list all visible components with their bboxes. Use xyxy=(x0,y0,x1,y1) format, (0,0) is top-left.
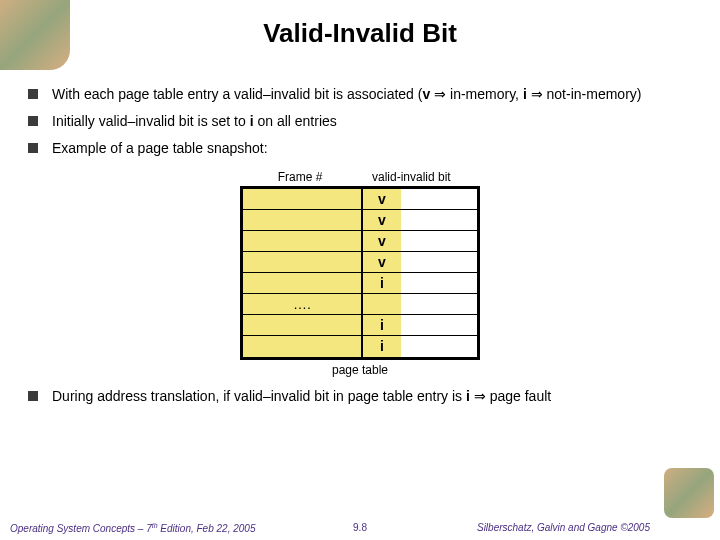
bullet-icon xyxy=(28,143,38,153)
table-caption: page table xyxy=(240,363,480,377)
table-row: v xyxy=(243,210,477,231)
arrow-1: ⇒ xyxy=(430,86,450,102)
frame-cell xyxy=(243,210,363,230)
footer-right: Silberschatz, Galvin and Gagne ©2005 xyxy=(477,522,710,533)
page-table: v v v v i …. i i xyxy=(240,186,480,360)
t: on all entries xyxy=(254,113,337,129)
footer-page-num: 9.8 xyxy=(353,522,367,533)
t: Edition, Feb 22, 2005 xyxy=(158,523,256,534)
bullet-1: With each page table entry a valid–inval… xyxy=(28,85,692,104)
table-row: i xyxy=(243,273,477,294)
bullet-1-text: With each page table entry a valid–inval… xyxy=(52,85,641,104)
table-row: i xyxy=(243,336,477,357)
dino-image-top xyxy=(0,0,70,70)
bullet-2: Initially valid–invalid bit is set to i … xyxy=(28,112,692,131)
t: During address translation, if valid–inv… xyxy=(52,388,466,404)
header-valid: valid-invalid bit xyxy=(360,170,480,184)
bit-cell: v xyxy=(363,231,401,251)
bullet-3: Example of a page table snapshot: xyxy=(28,139,692,158)
table-row: v xyxy=(243,231,477,252)
bit-cell: v xyxy=(363,252,401,272)
arrow-2: ⇒ xyxy=(527,86,547,102)
header-frame: Frame # xyxy=(240,170,360,184)
table-row-ellipsis: …. xyxy=(243,294,477,315)
bullet-4-text: During address translation, if valid–inv… xyxy=(52,387,551,406)
table-headers: Frame # valid-invalid bit xyxy=(240,170,480,184)
footer-left: Operating System Concepts – 7th Edition,… xyxy=(10,522,255,534)
bullet-2-text: Initially valid–invalid bit is set to i … xyxy=(52,112,337,131)
page-table-diagram: Frame # valid-invalid bit v v v v i …. i… xyxy=(240,170,480,377)
frame-cell xyxy=(243,336,363,357)
bit-cell: v xyxy=(363,189,401,209)
dino-image-bottom xyxy=(664,468,714,518)
t: not-in-memory) xyxy=(547,86,642,102)
bullet-icon xyxy=(28,391,38,401)
slide-content: With each page table entry a valid–inval… xyxy=(28,85,692,406)
bullet-icon xyxy=(28,116,38,126)
t: page fault xyxy=(490,388,552,404)
bullet-icon xyxy=(28,89,38,99)
footer: Operating System Concepts – 7th Edition,… xyxy=(0,522,720,534)
t: With each page table entry a valid–inval… xyxy=(52,86,422,102)
t: Operating System Concepts – 7 xyxy=(10,523,152,534)
ellipsis-cell: …. xyxy=(243,294,363,314)
table-row: i xyxy=(243,315,477,336)
slide-title: Valid-Invalid Bit xyxy=(0,0,720,49)
table-row: v xyxy=(243,252,477,273)
frame-cell xyxy=(243,273,363,293)
bit-cell: i xyxy=(363,315,401,335)
t: Initially valid–invalid bit is set to xyxy=(52,113,250,129)
bit-cell: v xyxy=(363,210,401,230)
bit-cell xyxy=(363,294,401,314)
bullet-4: During address translation, if valid–inv… xyxy=(28,387,692,406)
frame-cell xyxy=(243,231,363,251)
table-row: v xyxy=(243,189,477,210)
frame-cell xyxy=(243,252,363,272)
frame-cell xyxy=(243,315,363,335)
bit-cell: i xyxy=(363,273,401,293)
frame-cell xyxy=(243,189,363,209)
bit-cell: i xyxy=(363,336,401,357)
bullet-3-text: Example of a page table snapshot: xyxy=(52,139,268,158)
arrow-3: ⇒ xyxy=(470,388,490,404)
t: in-memory, xyxy=(450,86,523,102)
